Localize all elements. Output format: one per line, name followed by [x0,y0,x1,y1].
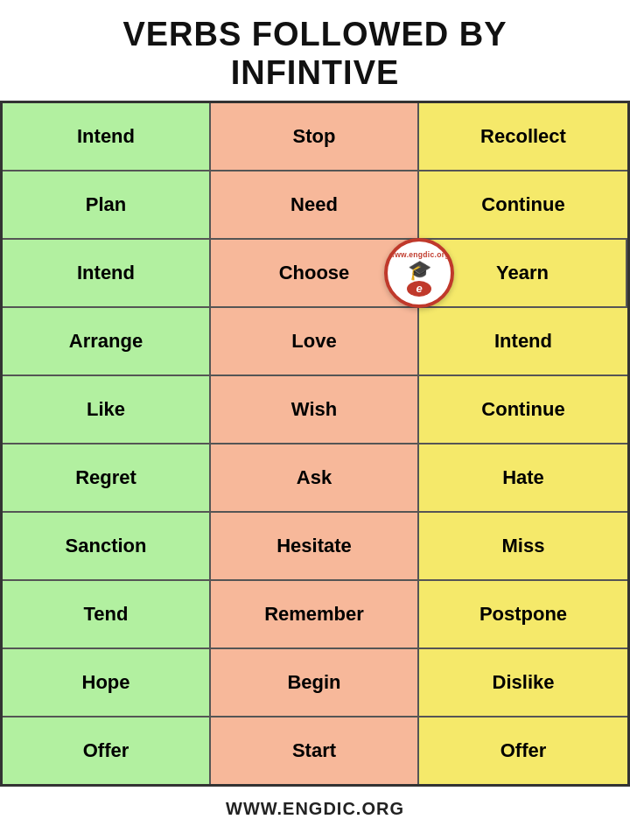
cell-col3: Miss [419,513,627,579]
cell-col1: Tend [3,581,211,648]
table-row: IntendStopRecollect [3,103,627,172]
cell-col2: Start [211,718,419,784]
cell-col3: Hate [419,444,627,511]
cell-col1: Offer [3,718,211,784]
logo-hat-icon: 🎓 [408,261,431,280]
cell-col2: Hesitate [211,513,419,579]
table-row: TendRememberPostpone [3,581,627,649]
verb-table: IntendStopRecollectPlanNeedContinueInten… [0,101,630,787]
cell-col1: Arrange [3,308,211,374]
cell-col2: Wish [211,376,419,443]
logo-top-text: www.engdic.org [388,250,450,259]
title-section: VERBS FOLLOWED BY INFINTIVE [0,0,630,101]
cell-col1: Intend [3,103,211,170]
cell-col2: Love [211,308,419,374]
table-row: PlanNeedContinue [3,172,627,240]
table-row: IntendChooseYearn www.engdic.org 🎓 e [3,240,627,308]
table-row: OfferStartOffer [3,718,627,784]
cell-col2: Need [211,172,419,238]
cell-col3: Recollect [419,103,627,170]
cell-col3: Intend [419,308,627,374]
logo-e-icon: e [407,281,431,297]
table-row: SanctionHesitateMiss [3,513,627,581]
cell-col3: Postpone [419,581,627,648]
cell-col3: Continue [419,172,627,238]
cell-col1: Hope [3,649,211,716]
table-row: HopeBeginDislike [3,649,627,718]
table-row: LikeWishContinue [3,376,627,444]
cell-col2: Stop [211,103,419,170]
cell-col2: Ask [211,444,419,511]
cell-col1: Like [3,376,211,443]
table-row: ArrangeLoveIntend [3,308,627,376]
cell-col1: Plan [3,172,211,238]
cell-col1: Sanction [3,513,211,579]
footer-text: WWW.ENGDIC.ORG [0,787,630,828]
cell-col3: Dislike [419,649,627,716]
cell-col3: Offer [419,718,627,784]
page-title: VERBS FOLLOWED BY INFINTIVE [9,16,621,92]
table-row: RegretAskHate [3,444,627,513]
cell-col3: Continue [419,376,627,443]
engdic-logo: www.engdic.org 🎓 e [384,238,454,308]
cell-col2: Remember [211,581,419,648]
cell-col2: Begin [211,649,419,716]
cell-col1: Intend [3,240,211,306]
cell-col1: Regret [3,444,211,511]
